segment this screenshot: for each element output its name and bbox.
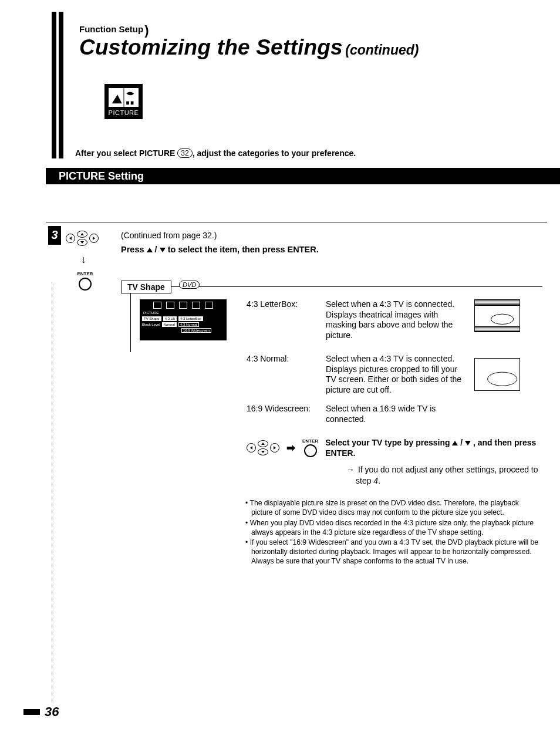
- picture-icon: [109, 88, 139, 107]
- svg-rect-2: [126, 102, 129, 105]
- osd-heading: PICTURE: [142, 310, 224, 315]
- dpad-right-icon-2: [270, 443, 279, 453]
- title-main: Customizing the Settings: [79, 35, 343, 59]
- press-instruction: Press / to select the item, then press E…: [121, 245, 319, 254]
- down-arrow-icon-inline: [160, 248, 166, 252]
- page-title: Customizing the Settings (continued): [79, 35, 419, 60]
- select-block: ➡ ENTER Select your TV type by pressing …: [247, 437, 542, 486]
- intro-text: After you select PICTURE 32, adjust the …: [75, 148, 356, 158]
- section-heading-text: PICTURE Setting: [59, 170, 144, 182]
- dpad-left-icon-2: [247, 443, 256, 453]
- svg-marker-1: [112, 94, 122, 103]
- up-arrow-icon-2: [452, 441, 458, 445]
- dpad-down-icon: [77, 239, 87, 246]
- osd-r1c1: TV Shape: [142, 316, 161, 321]
- divider: [46, 222, 547, 222]
- enter-icon-2: ENTER: [302, 438, 318, 457]
- dpad-icon-2: [247, 440, 279, 455]
- letterbox-thumb: [474, 299, 520, 332]
- dpad-down-icon-2: [258, 448, 268, 455]
- dpad-left-icon: [66, 234, 75, 243]
- normal-thumb: [474, 358, 520, 391]
- enter-label-2: ENTER: [302, 438, 318, 444]
- enter-label-text: ENTER: [77, 271, 93, 276]
- svg-rect-3: [131, 102, 134, 105]
- title-suffix: (continued): [345, 42, 419, 58]
- press-b: to select the item, then press ENTER.: [166, 245, 319, 254]
- enter-button-icon: ENTER: [75, 271, 96, 291]
- page-number-text: 36: [45, 704, 59, 719]
- osd-r2c3: 4:3 Normal: [178, 322, 199, 327]
- note-text: If you do not adjust any other settings,…: [356, 465, 538, 485]
- up-arrow-icon: [147, 248, 153, 252]
- note-suffix: .: [378, 476, 380, 485]
- dpad-icon: [66, 231, 99, 246]
- sel-txt-a: Select your TV type by pressing: [325, 438, 452, 447]
- right-arrow-icon: ➡: [286, 441, 295, 454]
- section-header: PICTURE Setting: [46, 168, 560, 184]
- option-3-desc: Select when a 16:9 wide TV is connected.: [326, 404, 467, 424]
- note-arrow: →: [346, 465, 358, 474]
- step-number: 3: [48, 226, 61, 245]
- osd-r3: 16:9 Widescreen: [181, 328, 211, 333]
- option-2-desc: Select when a 4:3 TV is connected. Displ…: [326, 354, 470, 395]
- option-2-label: 4:3 Normal:: [247, 354, 289, 363]
- picture-badge-label: PICTURE: [106, 108, 141, 117]
- bullet-2: • When you play DVD video discs recorded…: [245, 519, 541, 538]
- vline: [130, 293, 131, 352]
- down-arrow-icon-2: [465, 441, 471, 445]
- dotted-margin: [52, 282, 52, 704]
- dpad-right-icon: [89, 234, 99, 243]
- continued-note: (Continued from page 32.): [121, 231, 217, 240]
- page-number: 36: [23, 704, 59, 720]
- picture-badge: PICTURE: [104, 84, 143, 119]
- osd-r1c2: 4:3 LB: [163, 316, 177, 321]
- proceed-note: → If you do not adjust any other setting…: [346, 464, 542, 485]
- section-tag-text: Function Setup: [79, 24, 143, 34]
- osd-r2c2: Normal: [162, 322, 177, 327]
- select-instruction: Select your TV type by pressing / , and …: [325, 437, 542, 458]
- note-step: 4: [373, 476, 378, 485]
- dpad-up-icon: [77, 231, 87, 238]
- osd-r1c3: 4:3 LetterBox: [178, 316, 203, 321]
- bullet-3-text: If you select "16:9 Widescreen" and you …: [250, 538, 538, 565]
- intro-prefix: After you select PICTURE: [75, 148, 177, 158]
- option-3-label: 16:9 Widescreen:: [247, 404, 311, 413]
- tvshape-label: TV Shape: [121, 281, 171, 293]
- bullet-2-text: When you play DVD video discs recorded i…: [250, 519, 534, 536]
- option-1-label: 4:3 LetterBox:: [247, 299, 298, 309]
- svg-rect-0: [124, 88, 124, 107]
- intro-suffix: , adjust the categories to your preferen…: [193, 148, 356, 158]
- down-arrow-icon: ↓: [81, 254, 86, 266]
- bullet-1: • The displayable picture size is preset…: [245, 499, 541, 518]
- bullet-3: • If you select "16:9 Widescreen" and yo…: [245, 538, 541, 566]
- dpad-up-icon-2: [258, 440, 268, 447]
- svg-point-5: [488, 372, 517, 386]
- osd-r2c1: Black Level: [142, 323, 160, 326]
- page-ref: 32: [177, 148, 192, 158]
- bullet-1-text: The displayable picture size is preset o…: [249, 499, 518, 516]
- press-a: Press: [121, 245, 147, 254]
- option-1-desc: Select when a 4:3 TV is connected. Displ…: [326, 299, 467, 340]
- tvshape-rule: [170, 286, 542, 287]
- side-bars: [52, 12, 65, 158]
- svg-point-4: [491, 314, 514, 324]
- notes-list: • The displayable picture size is preset…: [245, 499, 541, 568]
- osd-screenshot: PICTURE TV Shape 4:3 LB 4:3 LetterBox Bl…: [140, 299, 227, 340]
- dvd-tag: DVD: [179, 281, 200, 289]
